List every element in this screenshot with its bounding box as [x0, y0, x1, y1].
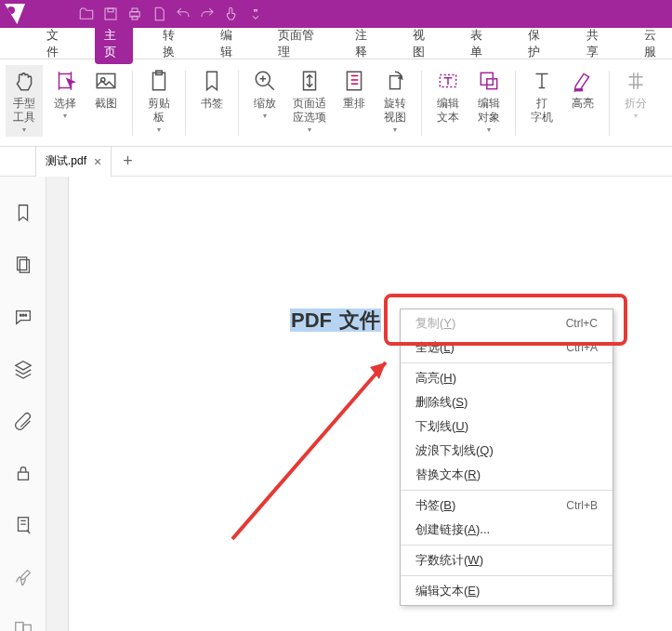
svg-rect-25: [23, 624, 31, 631]
rotate-label: 旋转 视图: [384, 97, 406, 125]
snapshot-label: 截图: [95, 97, 117, 111]
svg-rect-24: [15, 623, 22, 631]
new-tab-button[interactable]: +: [112, 151, 144, 171]
context-menu-item[interactable]: 字数统计(W): [401, 548, 613, 572]
typewriter-label: 打 字机: [531, 97, 553, 125]
save-icon[interactable]: [100, 4, 121, 24]
new-icon[interactable]: [149, 4, 169, 24]
menu-form[interactable]: 表单: [461, 23, 498, 64]
select-label: 选择: [54, 97, 76, 111]
undo-icon[interactable]: [173, 4, 193, 24]
drop-icon: ▾: [487, 125, 491, 135]
pages-panel-icon[interactable]: [13, 255, 33, 275]
comments-panel-icon[interactable]: [13, 307, 33, 327]
collapse-button[interactable]: 折分 ▾: [617, 65, 654, 123]
context-menu-item[interactable]: 下划线(U): [401, 414, 613, 439]
open-icon[interactable]: [76, 4, 97, 24]
context-menu-item[interactable]: 编辑文本(E): [401, 579, 613, 603]
svg-rect-3: [132, 8, 138, 12]
svg-point-21: [24, 314, 26, 316]
drop-icon: ▾: [63, 112, 67, 121]
drop-icon: ▾: [157, 125, 161, 135]
bookmark-button[interactable]: 书签: [193, 65, 231, 112]
menu-share[interactable]: 共享: [577, 23, 614, 64]
sign-panel-icon[interactable]: [13, 567, 33, 587]
menu-bar: 文件 主页 转换 编辑 页面管理 注释 视图 表单 保护 共享 云服: [0, 28, 672, 59]
drop-icon: ▾: [634, 112, 638, 121]
edit-text-label: 编辑 文本: [437, 97, 459, 125]
select-button[interactable]: 选择 ▾: [46, 65, 84, 123]
zoom-button[interactable]: 缩放 ▾: [246, 65, 283, 123]
clipboard-button[interactable]: 剪贴 板 ▾: [140, 65, 178, 137]
menu-convert[interactable]: 转换: [153, 23, 191, 64]
hand-tool-button[interactable]: 手型 工具 ▾: [6, 65, 43, 137]
edit-object-label: 编辑 对象: [478, 97, 500, 125]
ribbon-separator: [185, 71, 186, 136]
context-menu-item[interactable]: 书签(B)Ctrl+B: [401, 493, 613, 518]
highlight-button[interactable]: 高亮: [564, 65, 601, 112]
attachments-panel-icon[interactable]: [13, 411, 33, 431]
context-menu-item[interactable]: 替换文本(R): [401, 463, 613, 487]
menu-cloud[interactable]: 云服: [635, 23, 672, 64]
svg-rect-1: [108, 8, 113, 12]
context-menu-item: 复制(Y)Ctrl+C: [401, 311, 613, 335]
redo-icon[interactable]: [197, 4, 217, 24]
context-menu-item[interactable]: 全选(L)Ctrl+A: [401, 335, 613, 360]
menu-view[interactable]: 视图: [403, 23, 441, 64]
selected-text-part2: 文件: [338, 309, 381, 332]
drop-icon: ▾: [22, 125, 26, 135]
quick-access-toolbar: [76, 4, 266, 24]
svg-rect-5: [255, 10, 257, 12]
layers-panel-icon[interactable]: [13, 359, 33, 379]
tab-title: 测试.pdf: [46, 153, 86, 169]
svg-rect-18: [20, 260, 29, 273]
menu-pagemanage[interactable]: 页面管理: [269, 23, 325, 64]
menu-comment[interactable]: 注释: [346, 23, 383, 64]
edit-object-button[interactable]: 编辑 对象 ▾: [470, 65, 507, 137]
context-menu-item[interactable]: 高亮(H): [401, 366, 613, 390]
menu-file[interactable]: 文件: [37, 23, 74, 64]
ribbon-separator: [515, 71, 516, 136]
security-panel-icon[interactable]: [13, 463, 33, 483]
hand-tool-label: 手型 工具: [13, 97, 35, 125]
touch-icon[interactable]: [221, 4, 242, 24]
rotate-button[interactable]: 旋转 视图 ▾: [376, 65, 414, 137]
context-menu-separator: [401, 490, 613, 491]
print-icon[interactable]: [125, 4, 145, 24]
typewriter-button[interactable]: 打 字机: [523, 65, 560, 126]
snapshot-button[interactable]: 截图: [87, 65, 125, 112]
svg-point-19: [20, 314, 21, 316]
close-icon[interactable]: ×: [94, 154, 101, 169]
svg-rect-0: [105, 8, 116, 20]
document-tab[interactable]: 测试.pdf ×: [35, 147, 112, 177]
context-menu-separator: [401, 362, 613, 363]
fields-panel-icon[interactable]: [13, 515, 33, 535]
context-menu-item[interactable]: 创建链接(A)...: [401, 518, 613, 542]
context-menu-item[interactable]: 删除线(S): [401, 390, 613, 414]
edit-text-button[interactable]: 编辑 文本: [429, 65, 467, 126]
context-menu: 复制(Y)Ctrl+C全选(L)Ctrl+A高亮(H)删除线(S)下划线(U)波…: [400, 309, 613, 606]
title-bar: [0, 0, 672, 28]
pagefit-label: 页面适 应选项: [293, 97, 326, 125]
app-logo-icon: [4, 3, 26, 25]
menu-home[interactable]: 主页: [95, 23, 132, 64]
side-panel: [0, 177, 46, 631]
menu-protect[interactable]: 保护: [519, 23, 556, 64]
compare-panel-icon[interactable]: [13, 619, 33, 631]
menu-edit[interactable]: 编辑: [211, 23, 248, 64]
ribbon-separator: [238, 71, 239, 136]
zoom-label: 缩放: [254, 97, 276, 111]
drop-icon: ▾: [393, 125, 397, 135]
reflow-button[interactable]: 重排: [336, 65, 373, 112]
bookmark-label: 书签: [201, 97, 223, 111]
selected-text[interactable]: PDF 文件: [290, 307, 381, 335]
reflow-label: 重排: [343, 97, 365, 111]
drop-icon: ▾: [308, 125, 311, 135]
bookmarks-panel-icon[interactable]: [13, 203, 33, 223]
pagefit-button[interactable]: 页面适 应选项 ▾: [287, 65, 332, 137]
ribbon-separator: [132, 71, 133, 136]
customize-icon[interactable]: [245, 4, 266, 24]
selected-text-part1: PDF: [290, 309, 338, 332]
context-menu-item[interactable]: 波浪下划线(Q): [401, 439, 613, 463]
ribbon-separator: [609, 71, 610, 136]
